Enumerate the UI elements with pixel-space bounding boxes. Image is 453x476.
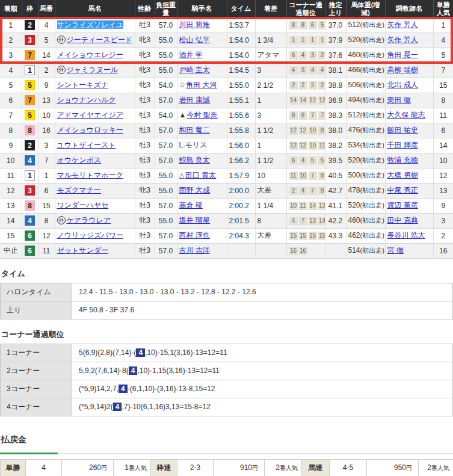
trainer-name-link[interactable]: 宮 徹 [387, 246, 404, 255]
win-popularity: 10 [433, 153, 453, 168]
horse-weight-value: 460 [348, 216, 360, 224]
carried-weight: 57.0 [155, 123, 177, 138]
finish-position: 14 [0, 213, 22, 228]
trainer-name-link[interactable]: 中尾 秀正 [387, 186, 418, 194]
horse-name-link[interactable]: モズクマチー [57, 186, 101, 194]
payout-popularity: 2番人気 [265, 459, 302, 476]
horse-number: 8 [38, 213, 55, 228]
horse-name-link[interactable]: オウケンボス [57, 156, 102, 164]
corner-section-title: コーナー通過順位 [1, 329, 453, 340]
estimated-last3f: 38.2 [325, 138, 346, 153]
trainer-name-link[interactable]: 千田 輝彦 [387, 141, 418, 149]
trainer-name-link[interactable]: 田中 克典 [387, 216, 418, 224]
frame-cell: 6 [22, 243, 38, 258]
jockey-name-link[interactable]: 坂井 瑠星 [179, 216, 210, 224]
jockey-cell: 岩田 康誠 [177, 93, 227, 108]
frame-cell: 8 [22, 198, 38, 213]
corner-position-box: 12 [289, 141, 298, 150]
trainer-name-link[interactable]: 渡辺 薫彦 [387, 201, 418, 209]
sex-age: 牡3 [135, 123, 155, 138]
finish-position: 8 [0, 123, 22, 138]
horse-name-link[interactable]: メイショウエレジー [57, 51, 123, 59]
highlighted-horse-number: 4 [136, 348, 145, 357]
horse-name-link[interactable]: ショウナンハルク [57, 96, 116, 104]
horse-weight-note: (初出走) [360, 232, 384, 239]
trainer-cell: 大久保 龍志 [385, 108, 433, 123]
horse-name-link[interactable]: メイショウロッキー [57, 126, 123, 134]
horse-weight-value: 512 [348, 111, 360, 119]
jockey-name-link[interactable]: 松山 弘平 [179, 36, 210, 44]
trainer-name-link[interactable]: 飯田 祐史 [387, 126, 418, 134]
margin: 8 [255, 213, 286, 228]
sex-age: 牡3 [135, 168, 155, 183]
corner-position-box: 8 [289, 21, 298, 29]
corner-passing-cell: 471314 [286, 213, 325, 228]
trainer-name-link[interactable]: 長谷川 浩大 [387, 231, 425, 240]
jockey-name-link[interactable]: 団野 大成 [179, 186, 210, 194]
table-row: 中止611ゼットサンダー牡357.0古川 吉洋1616514(初出走)宮 徹16 [0, 243, 453, 258]
horse-name-link[interactable]: ジャミラヌール [67, 66, 119, 74]
win-popularity: 6 [433, 123, 453, 138]
horse-name-link[interactable]: サンライズソレイユ [57, 20, 124, 29]
trainer-name-link[interactable]: 矢作 芳人 [387, 36, 418, 44]
horse-weight-note: (初出走) [360, 217, 384, 224]
corner-position-box: 5 [318, 21, 325, 29]
jockey-name-link[interactable]: 西村 淳也 [179, 231, 210, 240]
payout-table: 単勝 4 260円 1番人気 枠連 2-3 910円 2番人気 馬連 4-5 9… [0, 459, 453, 476]
frame-number-badge: 5 [25, 80, 35, 90]
trainer-name-link[interactable]: 角田 晃一 [387, 51, 418, 59]
horse-weight-note: (初出走) [360, 187, 384, 194]
corner-position-box: 10 [299, 172, 307, 180]
trainer-name-link[interactable]: 北出 成人 [387, 81, 418, 89]
horse-name-link[interactable]: ゼットサンダー [57, 246, 109, 255]
horse-number: 6 [38, 183, 55, 198]
trainer-name-link[interactable]: 大久保 龍志 [387, 111, 425, 119]
corner-position-box: 16 [289, 247, 298, 255]
jockey-name-link[interactable]: 和田 竜二 [179, 126, 210, 134]
trainer-cell: 大橋 勇樹 [385, 168, 433, 183]
horse-name-link[interactable]: ノウリッジズパワー [57, 231, 123, 240]
corner-order-text: 5(6,9)(2,8)(7,14)-( [79, 348, 136, 357]
jockey-name-link[interactable]: 古川 吉洋 [179, 246, 210, 255]
frame-number-badge: 2 [25, 20, 35, 30]
horse-name-link[interactable]: シントーキズナ [57, 81, 109, 89]
finish-position: 12 [0, 183, 22, 198]
trainer-name-link[interactable]: 矢作 芳人 [387, 20, 418, 29]
horse-name-link[interactable]: アドマイヤエイジア [57, 111, 124, 119]
trainer-name-link[interactable]: 栗田 徹 [387, 96, 411, 104]
horse-name-link[interactable]: マルモリトマホーク [57, 171, 123, 179]
jockey-name-link[interactable]: 今村 聖奈 [186, 111, 217, 119]
trainer-cell: 長谷川 浩大 [385, 228, 433, 243]
trainer-name-link[interactable]: 大橋 勇樹 [387, 171, 418, 179]
trainer-name-link[interactable]: 牧浦 充徳 [387, 156, 418, 164]
trainer-name-link[interactable]: 高柳 瑞樹 [387, 66, 418, 74]
trainer-cell: 栗田 徹 [385, 93, 433, 108]
jockey-name-link[interactable]: 酒井 学 [179, 51, 203, 59]
finish-time: 1:55.0 [227, 78, 255, 93]
horse-name-link[interactable]: ユウトザイースト [57, 141, 116, 149]
corner-position-box: 10 [309, 141, 317, 150]
horse-weight-value: 520 [348, 36, 360, 44]
jockey-cell: 川田 将雅 [177, 17, 227, 32]
table-row: 8816メイショウロッキー牡357.0和田 竜二1:55.81 1/212121… [0, 123, 453, 138]
results-table: 着順枠馬番馬名性齢負担重量騎手名タイム着差コーナー通過順位推定上り馬体重(増減)… [0, 0, 453, 259]
horse-name-cell: ワンダーハヤセ [55, 198, 135, 213]
jockey-name-link[interactable]: 川田 将雅 [179, 20, 210, 29]
corner-position-box: 12 [289, 126, 298, 135]
horse-name-link[interactable]: ケアラウレア [67, 216, 111, 224]
jockey-name-link[interactable]: 岩田 康誠 [179, 96, 210, 104]
horse-name-cell: メイショウエレジー [55, 48, 135, 63]
horse-weight-cell: 512(初出走) [346, 17, 385, 32]
horse-weight-cell: 500(初出走) [346, 168, 385, 183]
sex-age: 牡3 [135, 17, 155, 32]
jockey-name-link[interactable]: 鮫島 良太 [179, 156, 210, 164]
table-row: 1448外ケアラウレア牝355.0坂井 瑠星2:01.5847131442.24… [0, 213, 453, 228]
frame-number-badge: 4 [25, 155, 35, 165]
horse-name-link[interactable]: ワンダーハヤセ [57, 201, 109, 209]
corner-position-box: 5 [318, 156, 325, 165]
jockey-name-link[interactable]: 角田 大河 [186, 81, 217, 89]
jockey-name-link[interactable]: 高倉 稜 [179, 201, 203, 209]
jockey-name-link[interactable]: 戸崎 圭太 [179, 66, 210, 74]
jockey-name-link[interactable]: 田口 貴太 [185, 171, 216, 179]
horse-name-link[interactable]: ジーティースピード [67, 36, 133, 44]
